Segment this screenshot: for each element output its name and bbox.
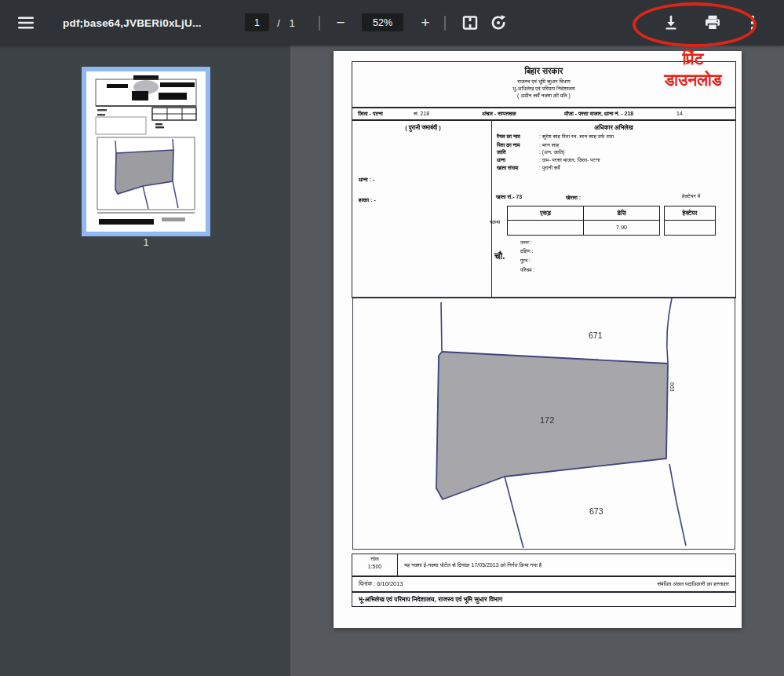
scale-cell: स्केल 1:500: [352, 554, 398, 576]
rotate-icon: [490, 14, 507, 31]
field-label: पिता का नाम: [497, 142, 538, 148]
thumbnail-sidebar: 1: [0, 46, 290, 676]
cadastral-map: 671 172 673 663: [352, 297, 735, 550]
page-number-input[interactable]: 1: [245, 13, 269, 31]
boundary-north: उत्तर :: [520, 239, 532, 246]
main-plot-polygon: [436, 352, 668, 499]
zoom-level-display: 52%: [362, 13, 403, 31]
info-district: जिला - पटना: [358, 111, 383, 117]
hamburger-icon: [17, 16, 35, 30]
scale-value: 1:500: [352, 564, 397, 569]
col-header-acre: एकड़: [508, 206, 583, 221]
fit-page-icon: [462, 15, 478, 31]
pdf-viewer-window: pdf;base64,JVBERi0xLjU... 1 / 1 − 52% +: [0, 0, 784, 676]
rakba-label: रकबा: [490, 219, 500, 225]
footer-note: यह नक्शा ई-नक्शा पोर्टल से दिनांक 17/05/…: [404, 562, 542, 568]
left-column-header: ( पुरानी जमाबंदी ): [368, 124, 478, 132]
right-column-fields: रैयत का नाम : सुरेश साह पिता स्व. बरन सा…: [491, 120, 735, 183]
left-field-halka: हल्का : -: [359, 197, 376, 203]
field-label: थाना: [497, 157, 538, 163]
footer-date-row: दिनांक : 6/10/2013 संबंधित अंचल पदाधिकार…: [352, 576, 736, 593]
field-value: : बरन साह: [539, 142, 559, 148]
hectare-table: हेक्टेयर: [664, 206, 716, 236]
info-anchal: अंचल - सम्पतचक: [482, 111, 516, 117]
boundary-line: [667, 298, 672, 363]
footer-department: भू-अभिलेख एवं परिमाप निदेशालय, राजस्व एव…: [359, 595, 502, 604]
left-field-thana: थाना : -: [359, 177, 374, 183]
footer-dept-row: भू-अभिलेख एवं परिमाप निदेशालय, राजस्व एव…: [352, 591, 736, 607]
scale-label: स्केल: [352, 557, 397, 562]
boundary-west: पश्चिम :: [520, 267, 534, 273]
boundary-south: दक्षिण :: [520, 248, 533, 254]
boundary-east: पूरब :: [520, 258, 531, 264]
footer-signature: संबंधित अंचल पदाधिकारी का हस्ताक्षर: [657, 581, 729, 587]
plot-number-bottom: 673: [589, 506, 603, 516]
viewer-area[interactable]: प्रिंट डाउनलोड बिहार सरकार राजस्व एवं भू…: [290, 46, 784, 676]
annotation-label: प्रिंट डाउनलोड: [645, 48, 741, 90]
info-number: सं. 218: [414, 111, 429, 117]
boundary-line: [669, 464, 686, 546]
plot-number-top: 671: [589, 331, 603, 340]
boundary-line: [441, 302, 442, 351]
rotate-button[interactable]: [485, 9, 512, 36]
thumbnail-preview: [86, 71, 206, 232]
zoom-out-button[interactable]: −: [331, 0, 350, 46]
toolbar-separator: [319, 16, 320, 31]
document-content: बिहार सरकार राजस्व एवं भूमि सुधार विभाग …: [334, 51, 742, 628]
page-divider: /: [275, 0, 283, 46]
field-label: खाता संख्या: [497, 165, 538, 171]
col-header-decimal: डेसि: [584, 206, 659, 221]
plot-number-right: 663: [669, 382, 675, 392]
doc-details-section: ( पुरानी जमाबंदी ) थाना : - हल्का : - अध…: [352, 119, 736, 298]
plot-number-main: 172: [540, 415, 554, 425]
doc-subtitle-3: ( अमीन सर्वे नक्शा की प्रति ): [352, 93, 735, 99]
field-value: : ग्राम- परसा बाजार, जिला- पटना: [539, 157, 600, 163]
col-header-hectare: हेक्टेयर: [665, 206, 715, 221]
page-total: 1: [287, 0, 297, 46]
field-label: रैयत का नाम: [497, 133, 538, 140]
document-title: pdf;base64,JVBERi0xLjU...: [63, 0, 202, 46]
field-value: : (अन. जाति): [539, 149, 565, 155]
thumbnail-page-number: 1: [82, 236, 210, 248]
info-mauja: मौजा - परसा बाजार, थाना नं. - 218: [564, 111, 633, 117]
chauhaddi-label: चौ.: [494, 250, 505, 261]
toolbar-separator: [444, 16, 446, 31]
info-thana: 14: [676, 111, 683, 116]
menu-button[interactable]: [13, 9, 39, 36]
khesra-label: खेसरा :: [566, 195, 581, 201]
boundary-line: [505, 477, 523, 548]
field-value: : सुरेश साह पिता स्व. बरन साह उर्फ रामा: [539, 133, 614, 140]
field-value: : पुरानी सर्वे: [539, 165, 560, 171]
plot-map-svg: 671 172 673 663: [353, 298, 735, 549]
khata-number: खाता सं.- 73: [496, 194, 522, 200]
area-value: 7.90: [584, 221, 659, 234]
annotation-line1: प्रिंट: [645, 48, 741, 69]
field-label: जाति: [497, 149, 538, 155]
area-table: एकड़ डेसि 7.90: [507, 206, 660, 236]
zoom-in-button[interactable]: +: [416, 0, 435, 46]
annotation-ellipse: [633, 2, 757, 47]
pdf-page: बिहार सरकार राजस्व एवं भूमि सुधार विभाग …: [334, 51, 742, 628]
fit-to-page-button[interactable]: [457, 9, 483, 36]
footer-date: दिनांक : 6/10/2013: [359, 580, 403, 588]
footer-scale-row: स्केल 1:500 यह नक्शा ई-नक्शा पोर्टल से द…: [352, 554, 736, 577]
hectare-value: [665, 221, 715, 234]
page-thumbnail[interactable]: [82, 67, 210, 236]
annotation-line2: डाउनलोड: [645, 69, 741, 90]
hectare-note: हेक्टेयर में: [682, 193, 700, 199]
